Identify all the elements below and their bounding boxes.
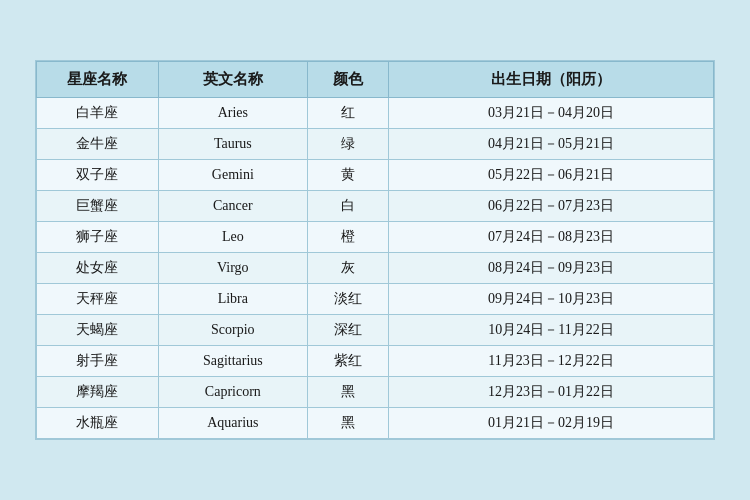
table-row: 双子座Gemini黄05月22日－06月21日 [37,160,714,191]
cell-cn-name: 狮子座 [37,222,159,253]
cell-color: 灰 [307,253,388,284]
cell-color: 橙 [307,222,388,253]
table-row: 水瓶座Aquarius黑01月21日－02月19日 [37,408,714,439]
cell-cn-name: 摩羯座 [37,377,159,408]
cell-cn-name: 水瓶座 [37,408,159,439]
cell-color: 红 [307,98,388,129]
zodiac-table-container: 星座名称 英文名称 颜色 出生日期（阳历） 白羊座Aries红03月21日－04… [35,60,715,440]
cell-en-name: Taurus [158,129,307,160]
cell-date: 08月24日－09月23日 [389,253,714,284]
table-row: 金牛座Taurus绿04月21日－05月21日 [37,129,714,160]
cell-en-name: Gemini [158,160,307,191]
cell-cn-name: 白羊座 [37,98,159,129]
cell-en-name: Virgo [158,253,307,284]
cell-date: 09月24日－10月23日 [389,284,714,315]
cell-color: 白 [307,191,388,222]
cell-color: 黑 [307,408,388,439]
header-color: 颜色 [307,62,388,98]
cell-color: 淡红 [307,284,388,315]
cell-date: 05月22日－06月21日 [389,160,714,191]
header-en-name: 英文名称 [158,62,307,98]
table-row: 射手座Sagittarius紫红11月23日－12月22日 [37,346,714,377]
table-row: 巨蟹座Cancer白06月22日－07月23日 [37,191,714,222]
cell-date: 06月22日－07月23日 [389,191,714,222]
cell-date: 01月21日－02月19日 [389,408,714,439]
table-row: 白羊座Aries红03月21日－04月20日 [37,98,714,129]
header-date: 出生日期（阳历） [389,62,714,98]
cell-en-name: Aquarius [158,408,307,439]
table-header-row: 星座名称 英文名称 颜色 出生日期（阳历） [37,62,714,98]
cell-cn-name: 处女座 [37,253,159,284]
cell-cn-name: 天蝎座 [37,315,159,346]
cell-color: 黑 [307,377,388,408]
cell-color: 绿 [307,129,388,160]
cell-cn-name: 天秤座 [37,284,159,315]
cell-color: 深红 [307,315,388,346]
cell-cn-name: 金牛座 [37,129,159,160]
cell-color: 黄 [307,160,388,191]
cell-date: 04月21日－05月21日 [389,129,714,160]
cell-cn-name: 射手座 [37,346,159,377]
cell-cn-name: 双子座 [37,160,159,191]
cell-cn-name: 巨蟹座 [37,191,159,222]
cell-date: 12月23日－01月22日 [389,377,714,408]
table-row: 天秤座Libra淡红09月24日－10月23日 [37,284,714,315]
table-row: 天蝎座Scorpio深红10月24日－11月22日 [37,315,714,346]
cell-en-name: Aries [158,98,307,129]
zodiac-table: 星座名称 英文名称 颜色 出生日期（阳历） 白羊座Aries红03月21日－04… [36,61,714,439]
cell-date: 03月21日－04月20日 [389,98,714,129]
cell-date: 07月24日－08月23日 [389,222,714,253]
header-cn-name: 星座名称 [37,62,159,98]
cell-en-name: Leo [158,222,307,253]
cell-color: 紫红 [307,346,388,377]
table-row: 摩羯座Capricorn黑12月23日－01月22日 [37,377,714,408]
cell-date: 10月24日－11月22日 [389,315,714,346]
table-row: 狮子座Leo橙07月24日－08月23日 [37,222,714,253]
cell-en-name: Sagittarius [158,346,307,377]
cell-en-name: Capricorn [158,377,307,408]
cell-en-name: Libra [158,284,307,315]
cell-date: 11月23日－12月22日 [389,346,714,377]
table-row: 处女座Virgo灰08月24日－09月23日 [37,253,714,284]
cell-en-name: Scorpio [158,315,307,346]
cell-en-name: Cancer [158,191,307,222]
